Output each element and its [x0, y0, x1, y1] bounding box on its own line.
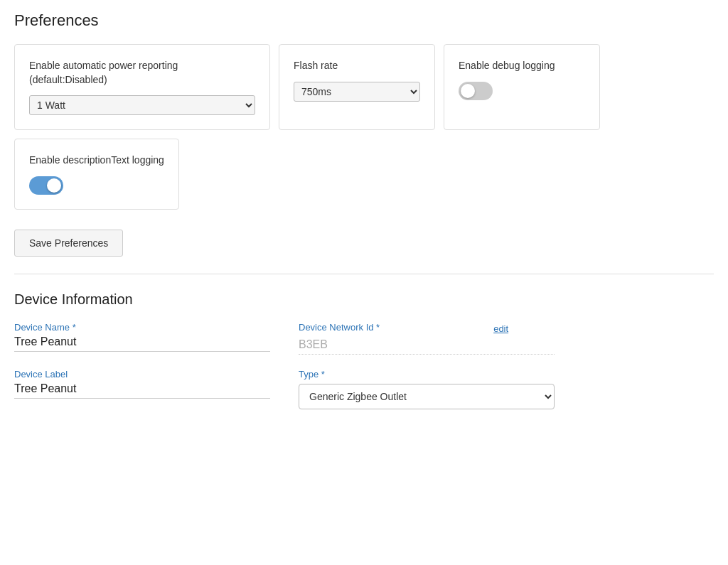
device-label-field: Device Label Tree Peanut: [14, 369, 270, 399]
debug-logging-toggle[interactable]: [459, 82, 493, 100]
preferences-cards-row2: Enable descriptionText logging: [14, 139, 714, 210]
power-reporting-label: Enable automatic power reporting (defaul…: [29, 59, 255, 87]
preferences-cards-row1: Enable automatic power reporting (defaul…: [14, 44, 714, 130]
edit-network-id-link[interactable]: edit: [493, 323, 508, 334]
preferences-title: Preferences: [14, 11, 714, 30]
flash-rate-label: Flash rate: [294, 59, 420, 73]
device-label-type-row: Device Label Tree Peanut Type * Generic …: [14, 369, 714, 409]
device-label-value: Tree Peanut: [14, 382, 270, 399]
device-type-label: Type *: [299, 369, 555, 380]
device-label-label: Device Label: [14, 369, 270, 380]
device-type-select[interactable]: Generic Zigbee Outlet Generic Zigbee Swi…: [299, 384, 555, 409]
section-divider: [14, 274, 714, 274]
flash-rate-card: Flash rate 250ms 500ms 750ms 1000ms 1500…: [279, 44, 435, 130]
power-reporting-card: Enable automatic power reporting (defaul…: [14, 44, 270, 130]
device-info-title: Device Information: [14, 291, 714, 308]
debug-logging-label: Enable debug logging: [459, 59, 585, 73]
device-name-field: Device Name * Tree Peanut: [14, 322, 270, 352]
device-name-network-row: Device Name * Tree Peanut Device Network…: [14, 322, 714, 355]
description-text-logging-card: Enable descriptionText logging: [14, 139, 179, 210]
device-network-id-value: B3EB: [299, 338, 555, 355]
device-name-value: Tree Peanut: [14, 335, 270, 352]
description-text-logging-label: Enable descriptionText logging: [29, 154, 164, 168]
flash-rate-select[interactable]: 250ms 500ms 750ms 1000ms 1500ms: [294, 82, 420, 102]
device-network-id-label: Device Network Id *: [299, 322, 380, 333]
page-container: Preferences Enable automatic power repor…: [0, 0, 728, 435]
description-text-slider: [29, 176, 63, 195]
network-id-header: Device Network Id * edit: [299, 322, 555, 335]
description-text-toggle[interactable]: [29, 176, 63, 195]
debug-logging-slider: [459, 82, 493, 100]
device-network-id-field: Device Network Id * edit B3EB: [299, 322, 555, 355]
save-preferences-button[interactable]: Save Preferences: [14, 230, 123, 257]
device-type-field: Type * Generic Zigbee Outlet Generic Zig…: [299, 369, 555, 409]
debug-logging-card: Enable debug logging: [444, 44, 600, 130]
power-reporting-select[interactable]: Disabled 1 Watt 2 Watts 5 Watts 10 Watts: [29, 95, 255, 115]
device-name-label: Device Name *: [14, 322, 270, 333]
